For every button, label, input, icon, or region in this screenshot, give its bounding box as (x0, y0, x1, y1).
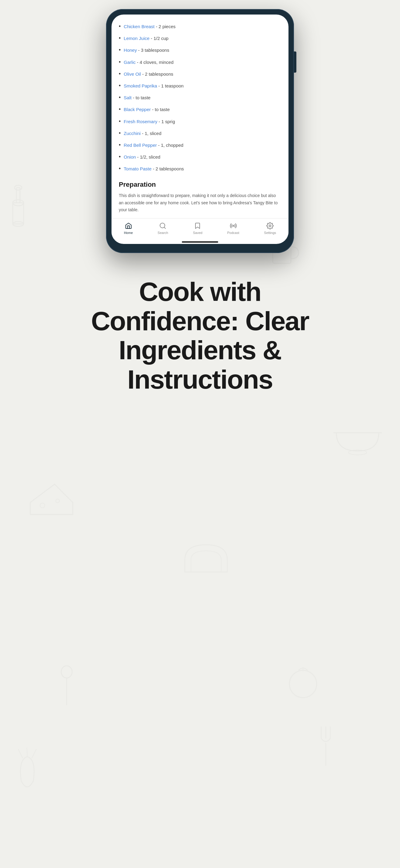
ingredient-amount: - 1 sprig (159, 119, 175, 124)
ingredient-amount: - 1/2 cup (151, 36, 169, 41)
ingredient-item: • Tomato Paste - 2 tablespoons (119, 163, 281, 175)
ingredient-item: • Smoked Paprika - 1 teaspoon (119, 80, 281, 92)
ingredient-amount: - 1, sliced (142, 131, 161, 136)
ingredient-amount: - to taste (152, 107, 170, 112)
ingredient-item: • Olive Oil - 2 tablespoons (119, 68, 281, 80)
home-indicator (112, 239, 288, 244)
nav-item-saved[interactable]: Saved (193, 221, 202, 235)
nav-label: Home (124, 231, 133, 235)
svg-point-6 (40, 503, 45, 508)
ingredient-name[interactable]: Garlic (124, 60, 136, 65)
phone-frame: • Chicken Breast - 2 pieces • Lemon Juic… (106, 9, 294, 253)
ingredient-item: • Chicken Breast - 2 pieces (119, 21, 281, 32)
bullet: • (119, 129, 121, 137)
ingredient-name[interactable]: Onion (124, 154, 136, 159)
nav-item-home[interactable]: Home (124, 221, 133, 235)
ingredient-item: • Garlic - 4 cloves, minced (119, 56, 281, 68)
side-button (294, 52, 296, 73)
ingredient-name[interactable]: Olive Oil (124, 71, 141, 76)
ingredient-item: • Salt - to taste (119, 92, 281, 103)
nav-item-search[interactable]: Search (158, 221, 168, 235)
ingredient-amount: - to taste (133, 95, 150, 100)
ingredient-amount: - 1/2, sliced (137, 154, 161, 159)
bookmark-icon (193, 221, 202, 230)
search-icon (159, 221, 167, 230)
ingredient-name[interactable]: Zucchini (124, 131, 141, 136)
nav-label: Search (158, 231, 168, 235)
svg-point-12 (61, 666, 72, 678)
screen-content: • Chicken Breast - 2 pieces • Lemon Juic… (112, 14, 288, 218)
ingredient-name[interactable]: Chicken Breast (124, 24, 154, 29)
nav-label: Settings (264, 231, 276, 235)
ingredient-item: • Red Bell Pepper - 1, chopped (119, 139, 281, 151)
ingredient-name[interactable]: Red Bell Pepper (124, 143, 157, 148)
heading-line3: Ingredients & (119, 335, 281, 365)
ingredient-item: • Fresh Rosemary - 1 sprig (119, 116, 281, 127)
ingredient-item: • Lemon Juice - 1/2 cup (119, 32, 281, 44)
svg-line-21 (164, 227, 166, 228)
svg-point-7 (56, 499, 59, 503)
nav-label: Saved (193, 231, 202, 235)
ingredient-amount: - 2 tablespoons (142, 71, 173, 76)
bullet: • (119, 46, 121, 54)
bullet: • (119, 141, 121, 149)
svg-point-22 (233, 225, 234, 226)
ingredient-amount: - 1 teaspoon (159, 83, 183, 88)
bullet: • (119, 58, 121, 66)
ingredient-name[interactable]: Salt (124, 95, 132, 100)
ingredient-item: • Black Pepper - to taste (119, 103, 281, 115)
ingredient-name[interactable]: Honey (124, 48, 137, 53)
ingredient-amount: - 1, chopped (158, 143, 183, 148)
ingredient-name[interactable]: Fresh Rosemary (124, 119, 157, 124)
bullet: • (119, 118, 121, 125)
nav-item-podcast[interactable]: Podcast (227, 221, 239, 235)
bullet: • (119, 153, 121, 161)
ingredient-list: • Chicken Breast - 2 pieces • Lemon Juic… (119, 21, 281, 175)
bullet: • (119, 70, 121, 78)
heading-line2: Confidence: Clear (91, 306, 309, 336)
phone-screen: • Chicken Breast - 2 pieces • Lemon Juic… (112, 14, 288, 244)
ingredient-amount: - 4 cloves, minced (137, 60, 174, 65)
ingredient-item: • Onion - 1/2, sliced (119, 151, 281, 163)
main-heading: Cook with Confidence: Clear Ingredients … (24, 277, 376, 394)
preparation-text: This dish is straightforward to prepare,… (119, 192, 281, 213)
bullet: • (119, 165, 121, 173)
ingredient-amount: - 2 pieces (156, 24, 175, 29)
bottom-nav: Home Search Saved Podcast (112, 218, 288, 239)
svg-marker-5 (30, 484, 73, 515)
bullet: • (119, 82, 121, 90)
ingredient-item: • Zucchini - 1, sliced (119, 127, 281, 139)
nav-item-settings[interactable]: Settings (264, 221, 276, 235)
preparation-section: Preparation This dish is straightforward… (119, 175, 281, 218)
ingredient-name[interactable]: Black Pepper (124, 107, 151, 112)
bullet: • (119, 23, 121, 30)
preparation-title: Preparation (119, 181, 281, 189)
heading-line1: Cook with (139, 277, 261, 307)
phone-wrapper: • Chicken Breast - 2 pieces • Lemon Juic… (0, 0, 400, 253)
bullet: • (119, 105, 121, 113)
ingredient-name[interactable]: Smoked Paprika (124, 83, 157, 88)
ingredient-name[interactable]: Lemon Juice (124, 36, 149, 41)
ingredient-item: • Honey - 3 tablespoons (119, 44, 281, 56)
home-icon (124, 221, 133, 230)
svg-point-18 (289, 670, 317, 698)
podcast-icon (229, 221, 237, 230)
ingredient-amount: - 2 tablespoons (153, 166, 184, 171)
bullet: • (119, 34, 121, 42)
bullet: • (119, 94, 121, 101)
svg-point-23 (269, 225, 271, 227)
bottom-section: Cook with Confidence: Clear Ingredients … (0, 253, 400, 418)
ingredient-amount: - 3 tablespoons (138, 48, 169, 53)
home-indicator-bar (182, 241, 218, 243)
nav-label: Podcast (227, 231, 239, 235)
settings-icon (266, 221, 274, 230)
ingredient-name[interactable]: Tomato Paste (124, 166, 151, 171)
heading-line4: Instructions (127, 364, 273, 394)
